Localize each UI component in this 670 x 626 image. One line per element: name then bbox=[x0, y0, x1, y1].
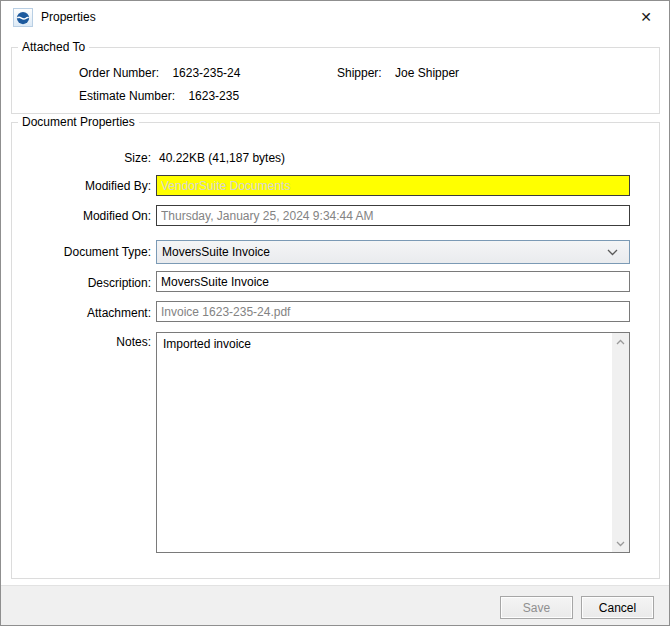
order-number-value: 1623-235-24 bbox=[172, 66, 240, 80]
notes-label: Notes: bbox=[1, 335, 151, 349]
attachment-field[interactable] bbox=[156, 301, 630, 322]
order-number-label: Order Number: bbox=[79, 66, 159, 80]
properties-dialog: Properties ✕ Attached To Order Number: 1… bbox=[0, 0, 670, 626]
chevron-down-icon bbox=[607, 249, 624, 256]
shipper-value: Joe Shipper bbox=[395, 66, 459, 80]
footer-bar: Save Cancel bbox=[1, 585, 669, 626]
estimate-number-value: 1623-235 bbox=[188, 89, 239, 103]
order-number-row: Order Number: 1623-235-24 bbox=[79, 66, 240, 80]
app-icon bbox=[13, 8, 33, 27]
attached-to-legend: Attached To bbox=[18, 40, 89, 54]
chevron-up-icon[interactable] bbox=[612, 333, 629, 350]
estimate-number-row: Estimate Number: 1623-235 bbox=[79, 89, 239, 103]
notes-textarea[interactable]: Imported invoice bbox=[156, 332, 630, 553]
size-value: 40.22KB (41,187 bytes) bbox=[159, 151, 285, 165]
document-type-selected-value: MoversSuite Invoice bbox=[162, 245, 270, 259]
modified-on-label: Modified On: bbox=[1, 209, 151, 223]
cancel-button[interactable]: Cancel bbox=[581, 596, 654, 619]
estimate-number-label: Estimate Number: bbox=[79, 89, 175, 103]
document-type-label: Document Type: bbox=[1, 245, 151, 259]
document-properties-legend: Document Properties bbox=[18, 115, 139, 129]
modified-on-field[interactable] bbox=[156, 205, 630, 226]
shipper-row: Shipper: Joe Shipper bbox=[337, 66, 459, 80]
document-type-dropdown[interactable]: MoversSuite Invoice bbox=[156, 240, 630, 264]
window-title: Properties bbox=[41, 10, 96, 24]
blue-globe-icon bbox=[16, 11, 30, 25]
notes-scrollbar[interactable] bbox=[612, 333, 629, 552]
notes-value: Imported invoice bbox=[157, 333, 612, 552]
description-label: Description: bbox=[1, 276, 151, 290]
attached-to-group: Attached To Order Number: 1623-235-24 Sh… bbox=[11, 47, 660, 114]
attachment-label: Attachment: bbox=[1, 306, 151, 320]
title-bar: Properties ✕ bbox=[1, 1, 669, 33]
size-label: Size: bbox=[1, 151, 151, 165]
chevron-down-icon[interactable] bbox=[612, 535, 629, 552]
close-icon[interactable]: ✕ bbox=[629, 1, 663, 33]
description-field[interactable] bbox=[156, 271, 630, 292]
modified-by-field[interactable] bbox=[156, 175, 630, 196]
shipper-label: Shipper: bbox=[337, 66, 382, 80]
modified-by-label: Modified By: bbox=[1, 179, 151, 193]
save-button[interactable]: Save bbox=[500, 596, 573, 619]
